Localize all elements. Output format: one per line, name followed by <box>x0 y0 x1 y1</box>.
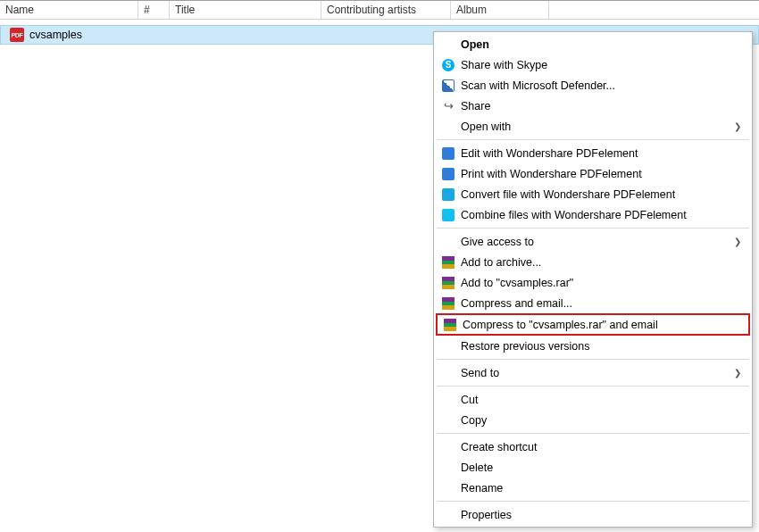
chevron-right-icon: ❯ <box>734 237 741 246</box>
winrar-icon <box>439 275 457 291</box>
menu-open-label: Open <box>461 38 741 51</box>
menu-separator <box>437 386 749 387</box>
menu-restore-label: Restore previous versions <box>461 340 741 353</box>
menu-open-with[interactable]: Open with ❯ <box>436 116 750 137</box>
menu-send-to[interactable]: Send to ❯ <box>436 362 750 383</box>
menu-share[interactable]: ↪ Share <box>436 96 750 116</box>
blank-icon <box>439 37 457 53</box>
menu-delete[interactable]: Delete <box>436 457 750 478</box>
menu-properties[interactable]: Properties <box>436 504 750 525</box>
blank-icon <box>439 439 457 455</box>
menu-separator <box>437 228 749 229</box>
winrar-icon <box>441 317 459 333</box>
menu-print-pdfelement[interactable]: Print with Wondershare PDFelement <box>436 163 750 184</box>
skype-icon: S <box>439 57 457 73</box>
menu-open[interactable]: Open <box>436 34 750 54</box>
column-header-row: Name # Title Contributing artists Album <box>0 0 759 20</box>
menu-cut[interactable]: Cut <box>436 389 750 410</box>
pdfelement-edit-icon <box>439 145 457 162</box>
blank-icon <box>439 119 457 135</box>
column-header-name[interactable]: Name <box>0 1 138 19</box>
menu-separator <box>437 433 749 434</box>
menu-edit-pdfelement[interactable]: Edit with Wondershare PDFelement <box>436 143 750 163</box>
menu-compress-email-label: Compress and email... <box>461 297 741 310</box>
annotation-highlight: Compress to "cvsamples.rar" and email <box>436 313 750 336</box>
menu-separator <box>437 501 749 502</box>
menu-print-pdfelement-label: Print with Wondershare PDFelement <box>461 168 741 180</box>
winrar-icon <box>439 254 457 270</box>
menu-copy-label: Copy <box>461 414 741 427</box>
blank-icon <box>439 365 457 381</box>
menu-share-skype[interactable]: S Share with Skype <box>436 54 750 75</box>
chevron-right-icon: ❯ <box>734 121 741 131</box>
blank-icon <box>439 338 457 354</box>
menu-properties-label: Properties <box>461 509 741 521</box>
pdfelement-convert-icon <box>439 187 457 203</box>
menu-share-skype-label: Share with Skype <box>461 59 741 71</box>
menu-add-rar-label: Add to "cvsamples.rar" <box>461 277 741 289</box>
menu-combine-pdfelement[interactable]: Combine files with Wondershare PDFelemen… <box>436 204 750 225</box>
menu-restore-versions[interactable]: Restore previous versions <box>436 336 750 356</box>
blank-icon <box>439 507 457 523</box>
menu-delete-label: Delete <box>461 461 741 474</box>
file-name-label: cvsamples <box>29 29 82 41</box>
menu-give-access[interactable]: Give access to ❯ <box>436 231 750 252</box>
menu-compress-rar-email-label: Compress to "cvsamples.rar" and email <box>463 319 739 331</box>
menu-create-shortcut[interactable]: Create shortcut <box>436 436 750 457</box>
menu-separator <box>437 359 749 360</box>
blank-icon <box>439 460 457 476</box>
menu-edit-pdfelement-label: Edit with Wondershare PDFelement <box>461 147 741 160</box>
column-header-title[interactable]: Title <box>170 1 321 19</box>
blank-icon <box>439 412 457 428</box>
chevron-right-icon: ❯ <box>734 368 741 378</box>
column-header-album[interactable]: Album <box>451 1 549 19</box>
column-header-artists[interactable]: Contributing artists <box>321 1 451 19</box>
pdfelement-combine-icon <box>439 207 457 223</box>
menu-add-rar[interactable]: Add to "cvsamples.rar" <box>436 272 750 293</box>
menu-scan-defender-label: Scan with Microsoft Defender... <box>461 79 741 92</box>
menu-add-archive-label: Add to archive... <box>461 256 741 269</box>
pdfelement-print-icon <box>439 166 457 182</box>
menu-give-access-label: Give access to <box>461 236 734 248</box>
menu-convert-pdfelement[interactable]: Convert file with Wondershare PDFelement <box>436 184 750 204</box>
blank-icon <box>439 392 457 408</box>
shield-icon <box>439 78 457 94</box>
menu-send-to-label: Send to <box>461 367 734 379</box>
menu-rename[interactable]: Rename <box>436 478 750 498</box>
pdf-file-icon: PDF <box>10 28 24 42</box>
menu-share-label: Share <box>461 100 741 112</box>
winrar-icon <box>439 295 457 312</box>
menu-compress-rar-email[interactable]: Compress to "cvsamples.rar" and email <box>438 315 748 334</box>
menu-copy[interactable]: Copy <box>436 410 750 430</box>
menu-add-archive[interactable]: Add to archive... <box>436 252 750 272</box>
menu-compress-email[interactable]: Compress and email... <box>436 293 750 313</box>
menu-combine-pdfelement-label: Combine files with Wondershare PDFelemen… <box>461 209 741 221</box>
blank-icon <box>439 480 457 496</box>
context-menu: Open S Share with Skype Scan with Micros… <box>433 31 753 528</box>
menu-scan-defender[interactable]: Scan with Microsoft Defender... <box>436 75 750 96</box>
menu-separator <box>437 139 749 140</box>
menu-convert-pdfelement-label: Convert file with Wondershare PDFelement <box>461 188 741 201</box>
menu-cut-label: Cut <box>461 394 741 406</box>
menu-create-shortcut-label: Create shortcut <box>461 441 741 453</box>
blank-icon <box>439 234 457 250</box>
menu-open-with-label: Open with <box>461 121 734 133</box>
share-icon: ↪ <box>439 98 457 114</box>
column-header-number[interactable]: # <box>138 1 170 19</box>
menu-rename-label: Rename <box>461 482 741 495</box>
